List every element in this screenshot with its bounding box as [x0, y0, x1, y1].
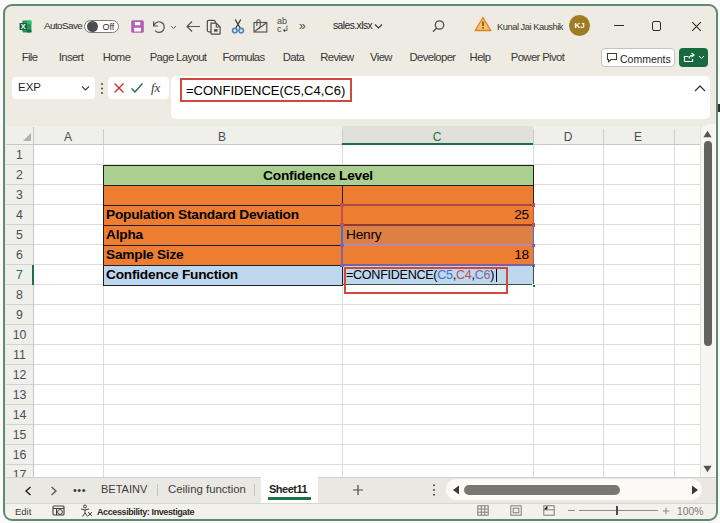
svg-text:X: X: [21, 22, 26, 31]
